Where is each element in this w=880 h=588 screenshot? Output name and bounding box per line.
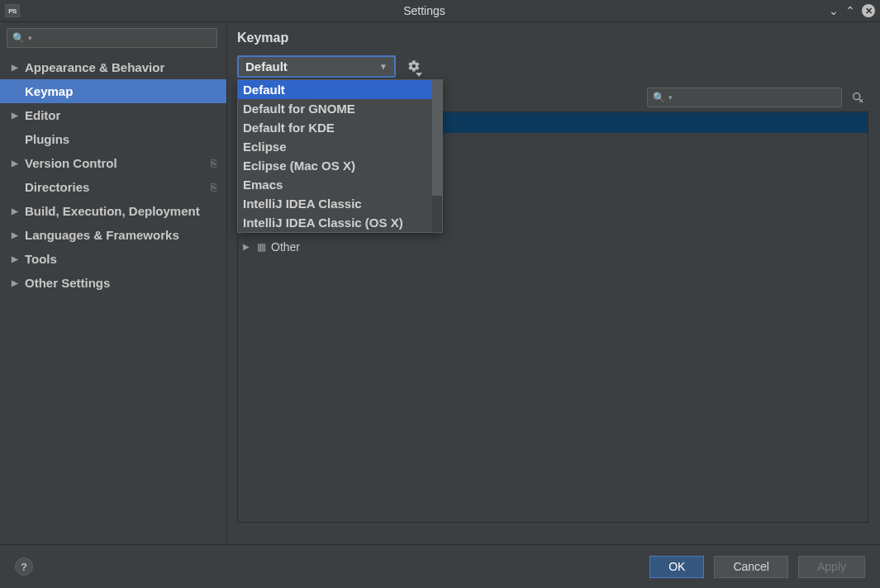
settings-sidebar: 🔍 ▾ ▶Appearance & Behavior Keymap ▶Edito… (0, 22, 227, 544)
nav-label: Build, Execution, Deployment (25, 204, 200, 218)
menu-down-icon[interactable]: ⌄ (829, 4, 839, 17)
cancel-button[interactable]: Cancel (714, 556, 788, 578)
settings-nav: ▶Appearance & Behavior Keymap ▶Editor Pl… (0, 54, 226, 295)
keymap-scheme-dropdown-list[interactable]: Default Default for GNOME Default for KD… (237, 79, 443, 233)
nav-label: Editor (25, 108, 60, 122)
nav-label: Languages & Frameworks (25, 228, 179, 242)
dropdown-scrollbar[interactable] (432, 80, 442, 232)
chevron-down-icon: ▾ (668, 93, 673, 102)
close-icon[interactable]: ✕ (862, 4, 875, 17)
chevron-right-icon: ▶ (12, 63, 20, 72)
sidebar-search-input[interactable] (36, 32, 212, 45)
chevron-right-icon: ▶ (241, 242, 251, 251)
dropdown-option[interactable]: Emacs (238, 175, 432, 194)
nav-label: Directories (25, 180, 89, 194)
tree-label: Other (271, 240, 300, 254)
dropdown-option[interactable]: IntelliJ IDEA Classic (238, 194, 432, 213)
search-icon: 🔍 (12, 32, 25, 44)
dialog-footer: ? OK Cancel Apply (0, 544, 880, 588)
nav-directories[interactable]: Directories⎘ (0, 175, 226, 199)
scrollbar-thumb[interactable] (432, 80, 442, 196)
menu-up-icon[interactable]: ⌃ (845, 4, 855, 17)
app-icon: PS (5, 4, 20, 17)
svg-point-0 (854, 92, 860, 99)
search-icon: 🔍 (653, 92, 665, 103)
nav-label: Tools (25, 252, 57, 266)
nav-label: Version Control (25, 156, 117, 170)
keymap-toolbar: Default ▼ (237, 55, 868, 78)
chevron-right-icon: ▶ (12, 278, 20, 287)
tree-row[interactable]: ▶▦Other (238, 236, 868, 257)
copy-icon: ⎘ (211, 182, 216, 193)
chevron-down-icon: ▼ (379, 62, 388, 71)
nav-other-settings[interactable]: ▶Other Settings (0, 271, 226, 295)
settings-main: Keymap Default ▼ 🔍 ▾ ▶📁Editor Actions ▣P… (227, 22, 880, 544)
chevron-down-icon: ▾ (28, 34, 32, 42)
chevron-right-icon: ▶ (12, 254, 20, 263)
dropdown-option[interactable]: Default for KDE (238, 118, 432, 137)
nav-languages-frameworks[interactable]: ▶Languages & Frameworks (0, 223, 226, 247)
window-title: Settings (20, 4, 829, 17)
help-button[interactable]: ? (15, 557, 33, 576)
chevron-right-icon: ▶ (12, 159, 20, 168)
dropdown-option[interactable]: Eclipse (Mac OS X) (238, 156, 432, 175)
action-search-input[interactable] (676, 91, 836, 103)
chevron-right-icon: ▶ (12, 111, 20, 120)
nav-label: Other Settings (25, 276, 110, 290)
nav-appearance-behavior[interactable]: ▶Appearance & Behavior (0, 55, 226, 79)
nav-tools[interactable]: ▶Tools (0, 247, 226, 271)
action-search[interactable]: 🔍 ▾ (647, 88, 842, 107)
dropdown-option[interactable]: Eclipse (238, 137, 432, 156)
window-titlebar: PS Settings ⌄ ⌃ ✕ (0, 0, 880, 22)
chevron-right-icon: ▶ (12, 230, 20, 239)
nav-label: Appearance & Behavior (25, 60, 164, 74)
other-icon: ▦ (255, 241, 267, 253)
nav-editor[interactable]: ▶Editor (0, 103, 226, 127)
copy-icon: ⎘ (211, 158, 216, 169)
dropdown-option[interactable]: IntelliJ IDEA Classic (OS X) (238, 213, 432, 232)
nav-build-execution-deployment[interactable]: ▶Build, Execution, Deployment (0, 199, 226, 223)
chevron-right-icon: ▶ (12, 206, 20, 216)
sidebar-search[interactable]: 🔍 ▾ (7, 28, 217, 48)
ok-button[interactable]: OK (649, 556, 704, 578)
page-title: Keymap (237, 31, 868, 45)
apply-button[interactable]: Apply (798, 556, 865, 578)
dropdown-option[interactable]: Default for GNOME (238, 99, 432, 118)
nav-version-control[interactable]: ▶Version Control⎘ (0, 151, 226, 175)
gear-icon[interactable] (407, 59, 421, 74)
nav-keymap[interactable]: Keymap (0, 79, 226, 103)
dropdown-value: Default (245, 59, 379, 74)
find-shortcut-icon[interactable] (850, 90, 865, 105)
nav-label: Keymap (25, 84, 73, 98)
dropdown-option[interactable]: Default (238, 80, 432, 99)
nav-plugins[interactable]: Plugins (0, 127, 226, 151)
nav-label: Plugins (25, 132, 69, 146)
keymap-scheme-dropdown[interactable]: Default ▼ (237, 55, 396, 78)
